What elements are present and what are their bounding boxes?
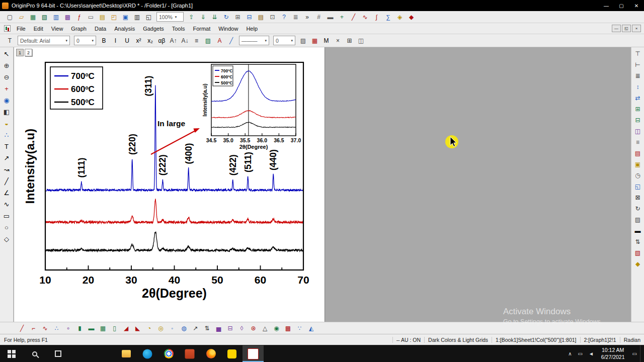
line-color-button[interactable]: ╱	[225, 35, 237, 46]
print-button[interactable]: ▥	[131, 12, 143, 22]
import-ascii-button[interactable]: ⇓	[197, 12, 209, 22]
line-width-button[interactable]: ▬	[632, 225, 643, 236]
add-top-x-axis-button[interactable]: ⊤	[632, 48, 643, 59]
decrease-font-button[interactable]: A↓	[179, 35, 191, 46]
circle-tool[interactable]: ○	[1, 222, 13, 233]
start-button[interactable]	[0, 345, 23, 362]
task-view-button[interactable]	[46, 345, 69, 362]
zoom-in-tool[interactable]: ⊕	[1, 60, 13, 71]
freehand-tool[interactable]: ∿	[1, 199, 13, 210]
zoom-select[interactable]: 100% ▾	[156, 12, 184, 22]
code-builder-button[interactable]: #	[313, 12, 325, 22]
data-selector-tool[interactable]: ◧	[1, 106, 13, 118]
fill-area-button[interactable]: ◣	[132, 323, 143, 333]
import-wizard-button[interactable]: ⇪	[186, 12, 197, 22]
add-right-y-axis-button[interactable]: ⊢	[632, 59, 643, 70]
extract-panels-button[interactable]: ◫	[632, 126, 643, 137]
area-plot-button[interactable]: ◢	[120, 323, 132, 333]
font-size-select[interactable]: 0 ▾	[74, 36, 96, 45]
maximize-button[interactable]: ▢	[614, 0, 629, 11]
panel-button[interactable]: ◫	[355, 35, 367, 46]
theme-organizer-button[interactable]: ◈	[394, 12, 406, 22]
zoom-out-tool[interactable]: ⊖	[1, 71, 13, 83]
pointer-tool[interactable]: ↖	[1, 48, 13, 60]
arrow-tool[interactable]: ↗	[1, 152, 13, 164]
menu-view[interactable]: View	[47, 24, 67, 33]
menu-graph[interactable]: Graph	[67, 24, 91, 33]
paste-button[interactable]: ▤	[255, 12, 267, 22]
print-preview-button[interactable]: ◱	[143, 12, 154, 22]
color-scale-button[interactable]: ▤	[632, 148, 643, 159]
scatter-3d-button[interactable]: ∵	[294, 323, 305, 333]
polygon-tool[interactable]: ◇	[1, 233, 13, 245]
bar-plot-button[interactable]: ▬	[86, 323, 97, 333]
menu-help[interactable]: Help	[242, 24, 262, 33]
layer-management-button[interactable]: ≣	[632, 70, 643, 81]
child-minimize-button[interactable]: —	[612, 25, 621, 32]
taskbar-app-chrome[interactable]	[158, 345, 179, 362]
font-name-select[interactable]: Default: Arial ▾	[18, 36, 70, 45]
add-layer-button[interactable]: ⊞	[632, 104, 643, 115]
doughnut-chart-button[interactable]: ◎	[155, 323, 167, 333]
add-object-button[interactable]: ⊞	[344, 35, 355, 46]
underline-button[interactable]: U	[121, 35, 133, 46]
bold-button[interactable]: B	[98, 35, 110, 46]
greek-button[interactable]: αβ	[156, 35, 168, 46]
stacked-column-button[interactable]: ▦	[97, 323, 109, 333]
color-palette-button[interactable]: ▦	[309, 35, 320, 46]
new-workbook-button[interactable]: ▦	[27, 12, 39, 22]
superscript-button[interactable]: x²	[133, 35, 144, 46]
new-function-plot-button[interactable]: ƒ	[73, 12, 85, 22]
histogram-button[interactable]: ▅	[213, 323, 224, 333]
subscript-button[interactable]: x₂	[144, 35, 156, 46]
child-restore-button[interactable]: ◱	[622, 25, 631, 32]
add-new-columns-button[interactable]: +	[336, 12, 348, 22]
font-color-button[interactable]: A	[214, 35, 225, 46]
stack-layers-button[interactable]: ≡	[632, 137, 643, 148]
rotate-button[interactable]: ↻	[632, 203, 643, 214]
clear-formatting-button[interactable]: ×	[332, 35, 344, 46]
violin-plot-button[interactable]: ◊	[236, 323, 248, 333]
polar-plot-button[interactable]: ⊛	[248, 323, 259, 333]
close-button[interactable]: ✕	[629, 0, 644, 11]
taskbar-app-firefox[interactable]	[200, 345, 221, 362]
curved-arrow-tool[interactable]: ↝	[1, 164, 13, 175]
spline-plot-button[interactable]: ∿	[39, 323, 51, 333]
duplicate-window-button[interactable]: ⊞	[232, 12, 244, 22]
draw-data-tool[interactable]: ∴	[1, 129, 13, 141]
graph1-window[interactable]: 1 2 102030405060702θ(Degree)Intensity(a.…	[14, 47, 325, 322]
new-graph-button[interactable]: ▥	[50, 12, 62, 22]
show-desktop-button[interactable]	[640, 345, 644, 362]
custom-routine-button[interactable]: ◆	[406, 12, 417, 22]
taskbar-clock[interactable]: 10:12 AM 6/27/2021	[597, 345, 629, 362]
vector-plot-button[interactable]: ↗	[190, 323, 201, 333]
menu-analysis[interactable]: Analysis	[110, 24, 139, 33]
align-button[interactable]: ≡	[191, 35, 202, 46]
menu-file[interactable]: File	[13, 24, 30, 33]
layer-button-1[interactable]: 1	[16, 49, 24, 56]
style-brush-button[interactable]: ▧	[632, 247, 643, 258]
new-notes-button[interactable]: ▤	[97, 12, 108, 22]
open-button[interactable]: ◰	[108, 12, 120, 22]
line-symbol-button[interactable]: ∘	[62, 323, 74, 333]
symbol-map-button[interactable]: M	[320, 35, 332, 46]
child-close-button[interactable]: ×	[632, 25, 641, 32]
menu-window[interactable]: Window	[214, 24, 242, 33]
menu-format[interactable]: Format	[189, 24, 214, 33]
results-log-button[interactable]: ≣	[290, 12, 301, 22]
new-excel-button[interactable]: ▧	[39, 12, 50, 22]
pattern-button[interactable]: ▨	[297, 35, 309, 46]
minimize-button[interactable]: —	[599, 0, 614, 11]
tray-hidden-icons-button[interactable]: ∧	[565, 351, 575, 356]
taskbar-app-file-explorer[interactable]	[116, 345, 137, 362]
theme-button[interactable]: ◆	[632, 258, 643, 269]
line-plot-button[interactable]: ╱	[16, 323, 28, 333]
layer-button-2[interactable]: 2	[25, 49, 32, 56]
date-stamp-button[interactable]: ◷	[632, 170, 643, 181]
new-folder-button[interactable]: ▱	[16, 12, 27, 22]
graph-canvas[interactable]: 102030405060702θ(Degree)Intensity(a.u)(1…	[14, 47, 325, 322]
new-layout-button[interactable]: ▭	[85, 12, 97, 22]
ternary-plot-button[interactable]: △	[259, 323, 271, 333]
line-width-select[interactable]: 0 ▾	[273, 36, 295, 45]
fill-color-button[interactable]: ▨	[202, 35, 214, 46]
